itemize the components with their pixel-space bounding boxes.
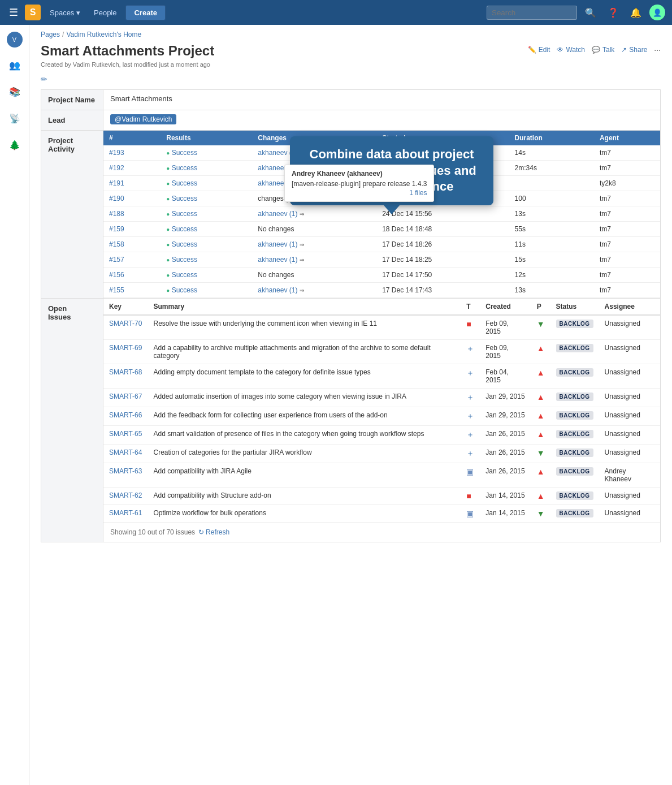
build-num-link[interactable]: #155 <box>109 286 124 294</box>
row-num: #191 <box>103 176 161 191</box>
talk-button[interactable]: 💬 Talk <box>592 46 614 54</box>
logo-icon[interactable]: S <box>25 5 41 20</box>
issue-summary-text: Add the feedback form for collecting use… <box>153 411 387 419</box>
issue-summary-cell: Add smart validation of presence of file… <box>148 426 461 445</box>
status-dot: ● <box>166 196 170 202</box>
row-agent: tm7 <box>594 268 660 283</box>
refresh-button[interactable]: ↻ Refresh <box>198 528 229 536</box>
issue-key-cell: SMART-64 <box>103 445 148 463</box>
issue-key-cell: SMART-63 <box>103 463 148 488</box>
build-num-link[interactable]: #191 <box>109 179 124 187</box>
issue-key-link[interactable]: SMART-69 <box>109 344 142 352</box>
issue-priority-cell: ▼ <box>531 445 550 463</box>
row-agent: tm7 <box>594 145 660 161</box>
talk-icon: 💬 <box>592 46 600 54</box>
issue-key-link[interactable]: SMART-62 <box>109 491 142 499</box>
changes-link[interactable]: akhaneev (1) ⇒ <box>258 240 304 248</box>
status-link[interactable]: Success <box>172 240 197 248</box>
col-created: Created <box>480 299 531 315</box>
hamburger-menu[interactable]: ☰ <box>7 4 20 21</box>
issue-summary-cell: Add compatibility with Structure add-on <box>148 488 461 505</box>
status-link[interactable]: Success <box>172 179 197 187</box>
build-num-link[interactable]: #159 <box>109 225 124 233</box>
issue-key-link[interactable]: SMART-65 <box>109 430 142 438</box>
issue-key-link[interactable]: SMART-61 <box>109 509 142 517</box>
status-link[interactable]: Success <box>172 164 197 172</box>
sidebar-tree-icon[interactable]: 🌲 <box>6 136 24 154</box>
issue-row: SMART-63 Add compatibility with JIRA Agi… <box>103 463 660 488</box>
row-num: #157 <box>103 252 161 268</box>
activity-row: #159 ● Success No changes 18 Dec 14 18:4… <box>103 222 660 237</box>
issue-type-icon: ▣ <box>466 509 474 518</box>
col-summary: Summary <box>148 299 461 315</box>
lead-badge[interactable]: @Vadim Rutkevich <box>110 114 176 124</box>
row-started: 17 Dec 14 17:50 <box>376 268 509 283</box>
user-avatar[interactable]: 👤 <box>649 5 665 20</box>
open-issues-row: OpenIssues Key Summary T Created P <box>41 299 661 542</box>
status-link[interactable]: Success <box>172 271 197 279</box>
build-num-link[interactable]: #158 <box>109 240 124 248</box>
sidebar-updates-icon[interactable]: 📡 <box>6 110 24 127</box>
changes-link[interactable]: akhaneev (1) ⇒ <box>258 286 304 294</box>
sidebar-spaces-icon[interactable]: 👥 <box>6 57 24 74</box>
build-num-link[interactable]: #157 <box>109 256 124 264</box>
changes-link[interactable]: akhaneev (1) ⇒ <box>258 256 304 264</box>
issue-priority-cell: ▲ <box>531 407 550 426</box>
status-link[interactable]: Success <box>172 195 197 202</box>
content-area: Project Name Smart Attachments Lead @Vad… <box>29 89 672 554</box>
row-num: #158 <box>103 237 161 252</box>
priority-icon: ▲ <box>537 392 545 402</box>
issue-key-link[interactable]: SMART-63 <box>109 467 142 475</box>
row-changes: akhaneev (1) ⇒ <box>252 283 376 298</box>
status-link[interactable]: Success <box>172 286 197 294</box>
issue-priority-cell: ▼ <box>531 315 550 340</box>
issue-key-link[interactable]: SMART-68 <box>109 368 142 376</box>
sidebar-avatar[interactable]: V <box>7 32 23 48</box>
build-num-link[interactable]: #192 <box>109 164 124 172</box>
create-button[interactable]: Create <box>125 5 165 20</box>
project-activity-row: Project Activity Combine data about proj… <box>41 131 661 299</box>
search-input[interactable] <box>487 6 577 20</box>
status-link[interactable]: Success <box>172 149 197 157</box>
notifications-icon[interactable]: 🔔 <box>627 5 645 20</box>
issue-status-cell: BACKLOG <box>550 340 599 364</box>
row-duration <box>509 176 594 191</box>
changes-link[interactable]: akhaneev (1) ⇒ <box>258 210 304 218</box>
row-started: 17 Dec 14 17:43 <box>376 283 509 298</box>
spaces-nav-item[interactable]: Spaces ▾ <box>45 6 85 19</box>
search-icon[interactable]: 🔍 <box>582 5 600 20</box>
issue-priority-cell: ▲ <box>531 364 550 389</box>
watch-icon: 👁 <box>557 46 563 54</box>
more-actions-button[interactable]: ··· <box>654 45 661 54</box>
people-nav-item[interactable]: People <box>89 6 121 19</box>
status-link[interactable]: Success <box>172 210 197 218</box>
issue-key-link[interactable]: SMART-64 <box>109 448 142 456</box>
status-badge: BACKLOG <box>556 320 593 328</box>
edit-button[interactable]: ✏️ Edit <box>528 46 550 54</box>
issue-key-link[interactable]: SMART-67 <box>109 392 142 400</box>
help-icon[interactable]: ❓ <box>604 5 622 20</box>
issue-assignee-cell: Unassigned <box>599 407 660 426</box>
priority-icon: ▼ <box>537 509 545 518</box>
sidebar-bookmarks-icon[interactable]: 📚 <box>6 83 24 101</box>
build-num-link[interactable]: #193 <box>109 149 124 157</box>
issue-summary-cell: Creation of categories for the partiular… <box>148 445 461 463</box>
issue-summary-cell: Add the feedback form for collecting use… <box>148 407 461 426</box>
build-num-link[interactable]: #188 <box>109 210 124 218</box>
row-duration: 100 <box>509 191 594 206</box>
watch-button[interactable]: 👁 Watch <box>557 46 585 54</box>
status-link[interactable]: Success <box>172 225 197 233</box>
status-link[interactable]: Success <box>172 256 197 264</box>
share-button[interactable]: ↗ Share <box>621 46 647 54</box>
col-key: Key <box>103 299 148 315</box>
issue-key-link[interactable]: SMART-70 <box>109 320 142 327</box>
edit-pencil-icon[interactable]: ✏ <box>41 75 47 84</box>
tooltip-files[interactable]: 1 files <box>292 189 427 197</box>
breadcrumb-pages[interactable]: Pages <box>41 31 60 38</box>
breadcrumb-home[interactable]: Vadim Rutkevich's Home <box>66 31 141 38</box>
build-num-link[interactable]: #156 <box>109 271 124 279</box>
row-status: ● Success <box>161 283 252 298</box>
issue-row: SMART-68 Adding empty document template … <box>103 364 660 389</box>
build-num-link[interactable]: #190 <box>109 195 124 202</box>
issue-key-link[interactable]: SMART-66 <box>109 411 142 419</box>
